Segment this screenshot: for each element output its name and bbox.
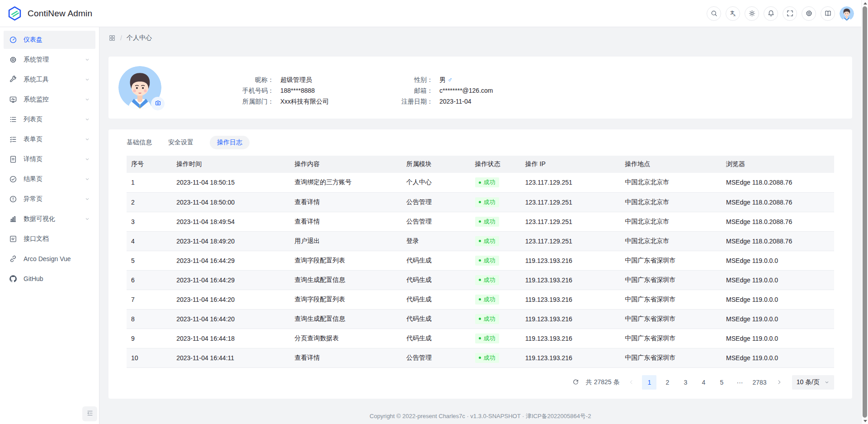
pagination-ellipsis[interactable]: ···: [732, 375, 747, 390]
table-cell: 中国广东省深圳市: [620, 251, 722, 270]
tab-安全设置[interactable]: 安全设置: [168, 136, 193, 149]
status-badge: 成功: [475, 236, 499, 246]
column-header: 操作状态: [471, 156, 521, 173]
user-avatar-button[interactable]: [840, 6, 854, 21]
brand[interactable]: ContiNew Admin: [7, 6, 92, 21]
body-row: 仪表盘系统管理系统工具系统监控列表页表单页详情页结果页异常页数据可视化接口文档A…: [0, 27, 861, 424]
notifications-button[interactable]: [764, 6, 778, 21]
docs-button[interactable]: [821, 6, 835, 21]
pagination-page-1[interactable]: 1: [642, 375, 656, 390]
profile-field: 手机号码：188****8888: [239, 86, 398, 95]
sidebar-item-detail-pages[interactable]: 详情页: [4, 150, 95, 168]
table-cell: 中国广东省深圳市: [620, 290, 722, 309]
monitor-icon: [9, 95, 17, 104]
sidebar-item-form-pages[interactable]: 表单页: [4, 130, 95, 148]
chevron-down-icon: [85, 176, 90, 182]
scrollbar-up-arrow[interactable]: [862, 0, 868, 6]
table-row: 82023-11-04 16:44:20查询生成配置信息代码生成成功119.12…: [127, 309, 834, 329]
profile-field: 邮箱：c********@126.com: [398, 86, 493, 95]
table-cell: 8: [127, 309, 172, 329]
pagination-pages: 12345···2783: [642, 375, 768, 390]
settings-button[interactable]: [802, 6, 816, 21]
sidebar-item-dashboard[interactable]: 仪表盘: [4, 31, 95, 49]
chevron-down-icon: [85, 77, 90, 82]
table-cell: 查询生成配置信息: [290, 270, 402, 290]
theme-button[interactable]: [745, 6, 759, 21]
page-size-value: 10 条/页: [797, 378, 820, 386]
table-cell: 123.117.129.251: [521, 173, 621, 192]
pagination-page-3[interactable]: 3: [678, 375, 693, 390]
pagination-prev-button[interactable]: [624, 375, 638, 390]
list-icon: [9, 115, 17, 124]
refresh-button[interactable]: [570, 375, 582, 390]
search-button[interactable]: [707, 6, 721, 21]
sidebar-item-system-tools[interactable]: 系统工具: [4, 71, 95, 89]
bell-icon: [767, 10, 775, 17]
table-cell: 公告管理: [402, 348, 471, 367]
pagination-page-2783[interactable]: 2783: [750, 375, 768, 390]
main-content: / 个人中心 昵称：超级管理员手机号码：188****8888所属部: [99, 27, 861, 424]
github-icon: [9, 275, 17, 283]
header-actions: 文A: [707, 6, 854, 21]
sun-icon: [748, 10, 756, 17]
sidebar-item-exception-pages[interactable]: 异常页: [4, 190, 95, 208]
table-cell-status: 成功: [471, 270, 521, 290]
language-button[interactable]: 文A: [726, 6, 740, 21]
bar-chart-icon: [9, 215, 17, 223]
table-cell: 中国北京北京市: [620, 192, 722, 212]
column-header: 所属模块: [402, 156, 471, 173]
sidebar-item-result-pages[interactable]: 结果页: [4, 170, 95, 188]
sidebar: 仪表盘系统管理系统工具系统监控列表页表单页详情页结果页异常页数据可视化接口文档A…: [0, 27, 99, 424]
breadcrumb: / 个人中心: [108, 33, 852, 43]
table-cell: MSEdge 119.0.0.0: [722, 251, 834, 270]
sidebar-item-label: 表单页: [24, 135, 85, 143]
chevron-down-icon: [85, 216, 90, 222]
operation-log-table: 序号操作时间操作内容所属模块操作状态操作 IP操作地点浏览器 12023-11-…: [127, 156, 834, 368]
table-cell: 119.123.193.216: [521, 309, 621, 329]
change-avatar-button[interactable]: [151, 97, 165, 110]
table-cell: 代码生成: [402, 309, 471, 329]
sidebar-collapse-button[interactable]: [82, 406, 97, 421]
table-cell: 2023-11-04 16:44:29: [172, 270, 290, 290]
breadcrumb-separator: /: [120, 34, 122, 42]
sidebar-item-label: 异常页: [24, 195, 85, 203]
sidebar-item-label: Arco Design Vue: [24, 255, 90, 262]
sidebar-item-system-monitor[interactable]: 系统监控: [4, 91, 95, 109]
scrollbar-thumb[interactable]: [863, 6, 867, 418]
pagination-page-2[interactable]: 2: [660, 375, 675, 390]
chevron-down-icon: [85, 196, 90, 202]
sidebar-item-system-management[interactable]: 系统管理: [4, 51, 95, 69]
topbar: ContiNew Admin 文A: [0, 0, 861, 27]
app-title: ContiNew Admin: [28, 9, 92, 19]
table-cell: 中国广东省深圳市: [620, 348, 722, 367]
sidebar-item-api-docs[interactable]: 接口文档: [4, 230, 95, 248]
pagination-page-4[interactable]: 4: [696, 375, 711, 390]
pagination-page-5[interactable]: 5: [714, 375, 729, 390]
table-cell: 2023-11-04 18:49:20: [172, 231, 290, 251]
tab-基础信息[interactable]: 基础信息: [127, 136, 152, 149]
sidebar-item-arco-design-vue[interactable]: Arco Design Vue: [4, 250, 95, 268]
apps-grid-icon[interactable]: [108, 34, 116, 42]
table-cell: 代码生成: [402, 251, 471, 270]
page-size-select[interactable]: 10 条/页: [792, 375, 834, 390]
scrollbar-down-arrow[interactable]: [862, 418, 868, 424]
table-cell: 123.117.129.251: [521, 212, 621, 231]
file-icon: [9, 155, 17, 163]
sidebar-item-data-visualization[interactable]: 数据可视化: [4, 210, 95, 228]
table-cell: 中国北京北京市: [620, 231, 722, 251]
pagination-next-button[interactable]: [772, 375, 787, 390]
profile-field-value: 超级管理员: [280, 76, 312, 84]
form-icon: [9, 135, 17, 143]
tab-操作日志[interactable]: 操作日志: [210, 136, 250, 149]
table-cell-status: 成功: [471, 251, 521, 270]
profile-field: 所属部门：Xxx科技有限公司: [239, 97, 398, 106]
sidebar-item-list-pages[interactable]: 列表页: [4, 110, 95, 129]
sidebar-item-label: 系统管理: [24, 56, 85, 64]
table-cell: 查看详情: [290, 212, 402, 231]
table-cell-status: 成功: [471, 192, 521, 212]
fullscreen-button[interactable]: [783, 6, 797, 21]
sidebar-item-github[interactable]: GitHub: [4, 270, 95, 288]
table-cell: 查询生成配置信息: [290, 309, 402, 329]
app-logo-icon: [7, 6, 22, 21]
column-header: 操作 IP: [521, 156, 621, 173]
